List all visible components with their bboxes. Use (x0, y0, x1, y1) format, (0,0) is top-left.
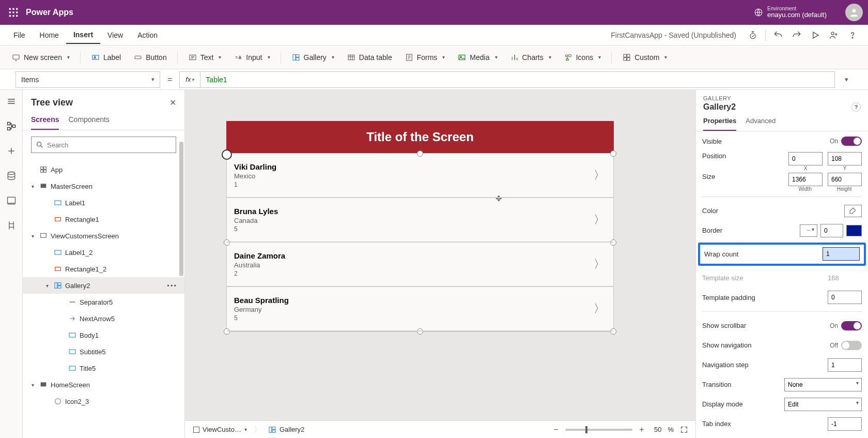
breadcrumb-screen[interactable]: ViewCusto… ▾ (190, 425, 250, 434)
template-padding-input[interactable] (828, 291, 862, 304)
tree-node[interactable]: Label1 (23, 194, 184, 211)
size-height-input[interactable] (828, 173, 862, 186)
media-rail-icon[interactable] (3, 192, 20, 209)
position-x-input[interactable] (788, 152, 823, 165)
data-rail-icon[interactable] (3, 168, 20, 184)
border-width-input[interactable] (820, 224, 843, 237)
position-y-input[interactable] (828, 152, 862, 165)
expand-icon[interactable]: ▾ (29, 184, 36, 189)
insert-input-button[interactable]: Input (228, 51, 275, 64)
insert-forms-button[interactable]: Forms (399, 51, 451, 64)
transition-select[interactable] (784, 378, 862, 391)
environment-picker[interactable]: Environment enayu.com (default) (754, 6, 827, 19)
tree-node[interactable]: Rectangle1_2 (23, 261, 184, 277)
expand-icon[interactable]: ▾ (29, 382, 36, 388)
tree-node[interactable]: ▾ViewCustomersScreen (23, 228, 184, 244)
tree-search-input[interactable] (47, 141, 172, 149)
expand-icon[interactable]: ▾ (43, 283, 51, 289)
insert-button-button[interactable]: Button (128, 51, 172, 64)
insert-data-table-button[interactable]: Data table (342, 51, 397, 64)
insert-charts-button[interactable]: Charts (505, 51, 556, 64)
waffle-icon[interactable] (5, 4, 22, 21)
border-style-picker[interactable]: ─ (800, 224, 817, 237)
formula-input[interactable]: Table1 (200, 71, 835, 88)
tree-node[interactable]: NextArrow5 (23, 310, 184, 327)
insert-media-button[interactable]: Media (452, 51, 502, 64)
tab-screens[interactable]: Screens (31, 112, 59, 130)
tab-index-input[interactable] (828, 417, 862, 431)
gallery-control[interactable]: ✥ Viki DarlingMexico1〉Bruna LylesCanada5… (226, 153, 614, 332)
insert-custom-button[interactable]: Custom (617, 51, 672, 64)
gallery-item[interactable]: Viki DarlingMexico1〉 (227, 154, 613, 198)
tree-node[interactable]: Label1_2 (23, 244, 184, 261)
new-screen-button[interactable]: New screen (6, 51, 75, 64)
tab-properties[interactable]: Properties (703, 114, 736, 131)
insert-rail-icon[interactable] (3, 143, 20, 159)
color-picker[interactable] (844, 205, 862, 217)
insert-text-button[interactable]: Text (183, 51, 227, 64)
app-checker-icon[interactable] (743, 26, 762, 44)
zoom-in-button[interactable]: + (637, 425, 647, 434)
tree-node[interactable]: Separator5 (23, 294, 184, 310)
hamburger-icon[interactable] (3, 93, 20, 110)
show-scrollbar-toggle[interactable] (841, 321, 862, 330)
zoom-slider[interactable] (565, 429, 632, 431)
size-width-input[interactable] (788, 173, 823, 186)
tree-node[interactable]: ▾Gallery2••• (23, 277, 184, 294)
menu-file[interactable]: File (6, 27, 33, 43)
insert-gallery-button[interactable]: Gallery (286, 51, 339, 64)
insert-label-button[interactable]: Label (86, 51, 126, 64)
tab-components[interactable]: Components (68, 112, 109, 130)
property-selector[interactable]: Items ▾ (16, 71, 160, 88)
user-avatar[interactable] (845, 4, 863, 21)
close-icon[interactable]: ✕ (169, 98, 176, 108)
menu-view[interactable]: View (100, 27, 130, 43)
gallery-item[interactable]: Beau SpratlingGermany5〉 (227, 287, 613, 331)
chevron-right-icon[interactable]: 〉 (594, 168, 605, 183)
menu-action[interactable]: Action (130, 27, 165, 43)
menu-home[interactable]: Home (33, 27, 66, 43)
menu-insert[interactable]: Insert (66, 26, 100, 44)
undo-icon[interactable] (769, 26, 787, 44)
fx-button[interactable]: fx ▾ (179, 71, 200, 88)
fullscreen-icon[interactable] (678, 424, 690, 436)
tools-rail-icon[interactable] (3, 217, 20, 234)
show-navigation-toggle[interactable] (841, 341, 862, 350)
share-icon[interactable] (825, 26, 843, 44)
scrollbar-thumb[interactable] (179, 142, 183, 276)
tab-advanced[interactable]: Advanced (746, 114, 776, 131)
tree-view-icon[interactable] (3, 118, 20, 134)
formula-expand-icon[interactable]: ▾ (840, 75, 853, 83)
chevron-right-icon[interactable]: 〉 (594, 256, 605, 272)
canvas-stage[interactable]: Title of the Screen ✥ Viki DarlingMexico… (226, 121, 614, 332)
tree-node[interactable]: Icon2_3 (23, 393, 184, 410)
play-icon[interactable] (806, 26, 825, 44)
display-mode-select[interactable] (784, 398, 862, 411)
breadcrumb-control[interactable]: Gallery2 (265, 425, 307, 435)
visible-toggle[interactable] (841, 137, 862, 146)
tree-node[interactable]: App (23, 161, 184, 178)
border-color-swatch[interactable] (846, 225, 862, 236)
info-icon[interactable]: ? (851, 102, 861, 112)
tree-node[interactable]: ▾MasterScreen (23, 178, 184, 194)
more-icon[interactable]: ••• (167, 282, 177, 290)
insert-icons-button[interactable]: Icons (559, 51, 606, 64)
redo-icon[interactable] (787, 26, 806, 44)
svg-rect-20 (239, 57, 241, 58)
help-icon[interactable] (843, 26, 862, 44)
node-icon (68, 348, 76, 356)
chevron-right-icon[interactable]: 〉 (594, 212, 605, 228)
tree-node[interactable]: Title5 (23, 360, 184, 376)
navigation-step-input[interactable] (828, 358, 862, 372)
tree-node[interactable]: Rectangle1 (23, 211, 184, 228)
tree-node[interactable]: ▾HomeScreen (23, 376, 184, 393)
gallery-item[interactable]: Bruna LylesCanada5〉 (227, 198, 613, 243)
gallery-item[interactable]: Daine ZamoraAustralia2〉 (227, 243, 613, 287)
tree-node[interactable]: Subtitle5 (23, 343, 184, 360)
expand-icon[interactable]: ▾ (29, 233, 36, 239)
tree-search[interactable] (31, 137, 176, 153)
chevron-right-icon[interactable]: 〉 (594, 301, 605, 316)
tree-node[interactable]: Body1 (23, 327, 184, 343)
zoom-out-button[interactable]: − (551, 425, 561, 434)
wrap-count-input[interactable] (823, 247, 860, 261)
